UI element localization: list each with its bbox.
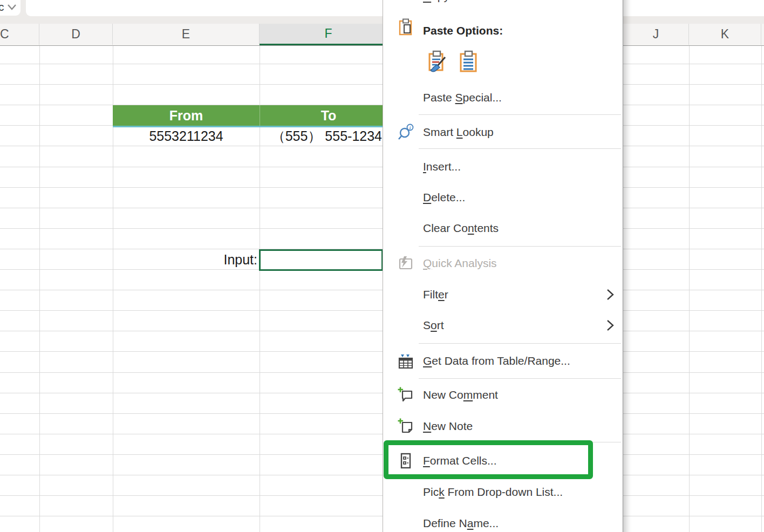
menu-item-sort[interactable]: Sort <box>423 312 444 339</box>
column-header-k[interactable]: K <box>689 24 761 45</box>
column-header-j[interactable]: J <box>623 24 689 45</box>
excel-window: c C D E F J K From To 5553211234 （555） 5… <box>0 0 764 532</box>
column-header-e[interactable]: E <box>113 24 260 45</box>
menu-item-paste-options: Paste Options: <box>423 17 503 44</box>
context-menu: Copy Paste Options: Paste Special... i S… <box>383 0 623 532</box>
paste-formatting-button[interactable] <box>425 50 449 73</box>
table-header-row: From To <box>113 105 398 127</box>
menu-item-pick-from-list[interactable]: Pick From Drop-down List... <box>423 479 563 506</box>
menu-item-copy[interactable]: Copy <box>423 0 449 10</box>
menu-item-get-data[interactable]: Get Data from Table/Range... <box>423 347 570 374</box>
name-box[interactable]: c <box>0 0 21 16</box>
menu-item-filter[interactable]: Filter <box>423 281 448 308</box>
smart-lookup-icon: i <box>397 124 414 141</box>
menu-item-smart-lookup[interactable]: Smart Lookup <box>423 119 494 146</box>
menu-item-delete[interactable]: Delete... <box>423 184 465 211</box>
menu-item-paste-special[interactable]: Paste Special... <box>423 84 502 111</box>
to-header-cell[interactable]: To <box>260 105 398 126</box>
menu-separator <box>419 148 621 149</box>
menu-separator <box>419 246 621 247</box>
selected-cell[interactable] <box>259 249 383 271</box>
gridline <box>689 46 690 532</box>
submenu-arrow-icon <box>606 319 615 332</box>
menu-item-quick-analysis: Quick Analysis <box>423 250 497 277</box>
menu-item-new-comment[interactable]: New Comment <box>423 381 498 408</box>
gridline <box>761 46 762 532</box>
paste-values-icon <box>456 50 480 73</box>
from-value-cell[interactable]: 5553211234 <box>113 126 260 146</box>
format-cells-icon <box>397 452 414 469</box>
paste-values-button[interactable] <box>456 50 480 73</box>
new-note-icon <box>397 418 414 435</box>
gridline <box>39 46 40 532</box>
from-header-cell[interactable]: From <box>113 105 260 126</box>
column-header-row: C D E F J K <box>0 24 764 46</box>
menu-item-insert[interactable]: Insert... <box>423 153 461 180</box>
chevron-down-icon[interactable] <box>7 3 17 11</box>
menu-separator <box>419 442 621 442</box>
column-header-d[interactable]: D <box>39 24 113 45</box>
column-header-c[interactable]: C <box>0 24 39 45</box>
menu-separator <box>419 114 621 115</box>
column-header-f-selected[interactable]: F <box>260 24 398 45</box>
menu-separator <box>419 343 621 344</box>
get-data-table-icon <box>397 352 414 370</box>
input-label-cell: Input: <box>113 249 257 270</box>
menu-item-clear-contents[interactable]: Clear Contents <box>423 215 499 242</box>
quick-analysis-icon <box>397 255 414 272</box>
spreadsheet-grid[interactable]: From To 5553211234 （555） 555-1234 Input: <box>0 46 764 532</box>
to-value-cell[interactable]: （555） 555-1234 <box>260 126 384 146</box>
menu-item-define-name[interactable]: Define Name... <box>423 510 499 532</box>
menu-separator <box>419 378 621 379</box>
menu-item-format-cells[interactable]: Format Cells... <box>423 447 497 474</box>
paste-formatting-icon <box>425 50 449 73</box>
submenu-arrow-icon <box>606 288 615 301</box>
menu-item-new-note[interactable]: New Note <box>423 413 473 440</box>
new-comment-icon <box>397 386 414 404</box>
name-box-text: c <box>0 1 4 13</box>
formula-toolbar: c <box>0 0 764 24</box>
paste-options-icon <box>397 18 414 36</box>
